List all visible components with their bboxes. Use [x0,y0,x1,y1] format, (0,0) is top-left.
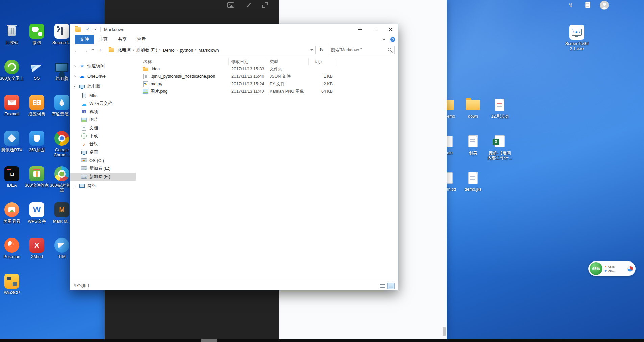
desktop-icon-winscp[interactable]: WinSCP [0,274,25,295]
desktop-icon-december-activity[interactable]: 12月活动 [487,97,512,119]
sidebar-item-videos[interactable]: 视频 [70,108,136,116]
column-header-date[interactable]: 修改日期 [229,58,267,65]
picture-icon [81,117,87,123]
desktop-icon-pangchao-excel[interactable]: 庞超-【电商内部工作计... [487,134,512,161]
history-chevron-icon[interactable] [92,49,94,51]
upload-arrow-icon [605,266,607,267]
desktop-icon-360-jiagu[interactable]: 360加固 [24,131,50,153]
thumbnail-view-button[interactable] [387,283,395,289]
sidebar-item-volume-e[interactable]: 新加卷 (E:) [70,164,136,173]
tab-share[interactable]: 共享 [113,35,132,44]
tim-icon [54,238,69,253]
sidebar-item-pictures[interactable]: 图片 [70,116,136,124]
status-bar: 4 个项目 [70,281,398,290]
file-row[interactable]: .qiniu_pythonsdk_hostscache.json 2017/11… [136,73,398,80]
search-icon[interactable] [388,48,391,51]
desktop-icon-meitu-kankan[interactable]: 美图看看 [0,202,25,224]
sidebar-item-desktop[interactable]: 桌面 [70,148,136,156]
sidebar-item-this-pc[interactable]: 此电脑 [70,81,136,91]
folder-icon[interactable] [75,27,81,32]
desktop-icon-demo-jks[interactable]: demo.jks [461,170,485,192]
breadcrumb[interactable]: 此电脑 › 新加卷 (F:) › Demo › python › Markdow… [106,46,316,54]
desktop-icon-foxmail[interactable]: Foxmail [0,95,25,117]
column-headers: 名称 修改日期 类型 大小 [136,58,398,65]
breadcrumb-python[interactable]: python [179,48,195,53]
titlebar[interactable]: Markdown [70,24,398,35]
desktop-icon-chuangmei[interactable]: 创美 [461,134,485,156]
file-row[interactable]: .idea 2017/11/13 15:33 文件夹 [136,65,398,73]
360-browser-icon [54,166,69,181]
flash-icon[interactable]: ↯ [567,1,574,9]
sidebar-item-onedrive[interactable]: OneDrive [70,71,136,81]
fullscreen-icon[interactable] [262,2,268,8]
minimize-button[interactable] [352,24,368,35]
close-button[interactable] [383,24,398,35]
traffic-monitor-widget[interactable]: 65% 0K/s 0K/s [588,261,636,276]
column-header-type[interactable]: 类型 [267,58,309,65]
file-explorer-window: Markdown 文件 主页 共享 查看 此电脑 [70,24,398,290]
address-dropdown-chevron-icon[interactable] [310,49,313,51]
excel-file-icon [492,134,507,149]
taskbar[interactable] [0,339,644,342]
expand-ribbon-chevron-icon[interactable] [383,39,386,40]
tab-home[interactable]: 主页 [94,35,113,44]
chevron-right-icon[interactable] [73,74,77,78]
desktop-icon-360-safe[interactable]: 360安全卫士 [0,60,25,81]
desktop-icon-xmind[interactable]: X XMind [24,238,50,259]
back-button[interactable] [72,46,81,54]
user-avatar[interactable] [600,1,609,10]
details-view-button[interactable] [379,283,386,289]
sidebar-item-wps-cloud[interactable]: WPS云文档 [70,99,136,108]
desktop-icon-wps-writer[interactable]: W WPS文字 [24,202,50,224]
desktop-icon-idea[interactable]: IJ IDEA [0,166,25,188]
forward-button[interactable] [81,46,90,54]
breadcrumb-separator: › [195,48,197,52]
desktop-icon-360-manager[interactable]: 360软件管家 [24,166,50,188]
memory-usage-ball[interactable]: 65% [590,262,602,275]
breadcrumb-markdown[interactable]: Markdown [197,48,220,53]
sidebar-item-music[interactable]: 音乐 [70,140,136,148]
desktop-icon-recycle-bin[interactable]: 回收站 [0,24,25,45]
properties-check-icon[interactable] [85,27,90,32]
breadcrumb-separator: › [176,48,179,52]
desktop-icon-down-folder[interactable]: down [461,97,485,119]
tab-file[interactable]: 文件 [75,35,94,44]
column-header-name[interactable]: 名称 [136,58,229,65]
desktop-icon-ss[interactable]: SS [24,60,50,81]
refresh-button[interactable] [317,46,326,54]
breadcrumb-drive-f[interactable]: 新加卷 (F:) [135,47,159,53]
chrome-icon [54,131,69,146]
breadcrumb-demo[interactable]: Demo [162,48,176,53]
desktop-icon-screentogif[interactable]: S>G ScreenToGif2.1.exe [562,25,592,51]
browser-mini-ball-icon[interactable] [627,266,633,272]
sidebar-item-network[interactable]: 网络 [70,181,136,191]
search-input[interactable] [328,46,394,54]
help-icon[interactable] [390,37,395,42]
desktop-icon-tencent-rtx[interactable]: 腾讯通RTX [0,131,25,153]
customize-toolbar-chevron-icon[interactable] [94,29,97,30]
chevron-right-icon[interactable] [73,183,77,188]
desktop-icon-bing-dict[interactable]: 必应词典 [24,95,50,117]
chevron-expanded-icon[interactable] [73,84,77,88]
desktop-icon-postman[interactable]: Postman [0,238,25,259]
up-button[interactable] [96,46,104,54]
sidebar-item-os-c[interactable]: OS (C:) [70,156,136,164]
sidebar-item-volume-f[interactable]: 新加卷 (F:) [70,173,136,181]
sidebar-item-downloads[interactable]: 下载 [70,132,136,140]
sidebar-item-m5s[interactable]: M5s [70,91,136,99]
sidebar-item-quick-access[interactable]: 快速访问 [70,61,136,71]
taskbar-button[interactable] [201,339,217,342]
column-header-size[interactable]: 大小 [309,58,337,65]
breadcrumb-this-pc[interactable]: 此电脑 [116,47,132,53]
sidebar-item-documents[interactable]: 文档 [70,124,136,132]
pen-icon[interactable] [246,2,251,8]
file-row[interactable]: md.py 2017/11/13 15:24 PY 文件 2 KB [136,80,398,88]
maximize-button[interactable] [368,24,383,35]
document-icon[interactable] [585,2,590,8]
editor-scrollbar-thumb[interactable] [443,327,446,336]
file-row[interactable]: 图片.png 2017/11/13 11:40 Kankan PNG 图像 64… [136,88,398,95]
desktop-icon-wechat[interactable]: 微信 [24,24,50,45]
chevron-right-icon[interactable] [73,64,77,68]
tab-view[interactable]: 查看 [132,35,151,44]
insert-image-icon[interactable] [227,2,234,8]
